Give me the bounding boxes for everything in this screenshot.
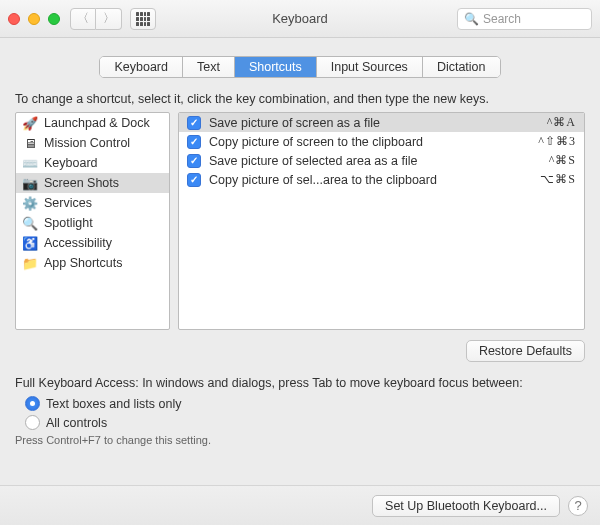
services-icon: ⚙️ [22,195,38,211]
keyboard-icon: ⌨️ [22,155,38,171]
radio-icon [25,396,40,411]
category-label: Spotlight [44,216,93,230]
shortcut-desc: Copy picture of screen to the clipboard [209,135,530,149]
category-item-spotlight[interactable]: 🔍 Spotlight [16,213,169,233]
fka-radios: Text boxes and lists only All controls [25,396,585,430]
tab-shortcuts[interactable]: Shortcuts [235,57,317,77]
category-item-accessibility[interactable]: ♿️ Accessibility [16,233,169,253]
full-keyboard-access: Full Keyboard Access: In windows and dia… [15,376,585,446]
shortcut-row[interactable]: ✓ Save picture of selected area as a fil… [179,151,584,170]
category-label: Services [44,196,92,210]
tab-input-sources[interactable]: Input Sources [317,57,423,77]
setup-bluetooth-button[interactable]: Set Up Bluetooth Keyboard... [372,495,560,517]
shortcut-desc: Save picture of screen as a file [209,116,539,130]
shortcut-keys[interactable]: ^⌘A [547,115,576,130]
shortcut-row[interactable]: ✓ Copy picture of sel...area to the clip… [179,170,584,189]
spotlight-icon: 🔍 [22,215,38,231]
fka-radio-text-boxes[interactable]: Text boxes and lists only [25,396,585,411]
shortcuts-list: ✓ Save picture of screen as a file ^⌘A ✓… [179,113,584,189]
fka-radio-all-controls[interactable]: All controls [25,415,585,430]
categories-pane: 🚀 Launchpad & Dock 🖥 Mission Control ⌨️ … [15,112,170,330]
tabs: Keyboard Text Shortcuts Input Sources Di… [15,56,585,78]
checkbox[interactable]: ✓ [187,116,201,130]
accessibility-icon: ♿️ [22,235,38,251]
window-controls [8,13,60,25]
screenshot-icon: 📷 [22,175,38,191]
tab-text[interactable]: Text [183,57,235,77]
titlebar: 〈 〉 Keyboard 🔍 Search [0,0,600,38]
bottom-bar: Set Up Bluetooth Keyboard... ? [0,485,600,525]
category-label: App Shortcuts [44,256,123,270]
radio-label: All controls [46,416,107,430]
radio-label: Text boxes and lists only [46,397,182,411]
tab-segment: Keyboard Text Shortcuts Input Sources Di… [99,56,500,78]
checkbox[interactable]: ✓ [187,173,201,187]
forward-button[interactable]: 〉 [96,8,122,30]
shortcut-row[interactable]: ✓ Save picture of screen as a file ^⌘A [179,113,584,132]
checkbox[interactable]: ✓ [187,135,201,149]
shortcut-keys[interactable]: ^⌘S [549,153,576,168]
category-item-app-shortcuts[interactable]: 📁 App Shortcuts [16,253,169,273]
shortcuts-pane: ✓ Save picture of screen as a file ^⌘A ✓… [178,112,585,330]
back-button[interactable]: 〈 [70,8,96,30]
panes: 🚀 Launchpad & Dock 🖥 Mission Control ⌨️ … [15,112,585,330]
category-label: Launchpad & Dock [44,116,150,130]
restore-row: Restore Defaults [15,340,585,362]
category-item-launchpad[interactable]: 🚀 Launchpad & Dock [16,113,169,133]
launchpad-icon: 🚀 [22,115,38,131]
fka-hint: Press Control+F7 to change this setting. [15,434,585,446]
show-all-button[interactable] [130,8,156,30]
categories-list: 🚀 Launchpad & Dock 🖥 Mission Control ⌨️ … [16,113,169,273]
search-input[interactable]: 🔍 Search [457,8,592,30]
category-label: Accessibility [44,236,112,250]
help-button[interactable]: ? [568,496,588,516]
shortcut-keys[interactable]: ^⇧⌘3 [538,134,576,149]
nav-segment: 〈 〉 [70,8,122,30]
search-icon: 🔍 [464,12,479,26]
search-placeholder: Search [483,12,521,26]
grid-icon [136,12,150,26]
app-shortcuts-icon: 📁 [22,255,38,271]
category-label: Keyboard [44,156,98,170]
category-label: Mission Control [44,136,130,150]
category-item-mission-control[interactable]: 🖥 Mission Control [16,133,169,153]
shortcut-desc: Save picture of selected area as a file [209,154,541,168]
checkbox[interactable]: ✓ [187,154,201,168]
content: Keyboard Text Shortcuts Input Sources Di… [0,38,600,458]
shortcut-keys[interactable]: ⌥⌘S [540,172,576,187]
mission-control-icon: 🖥 [22,135,38,151]
tab-dictation[interactable]: Dictation [423,57,500,77]
category-item-screen-shots[interactable]: 📷 Screen Shots [16,173,169,193]
category-item-services[interactable]: ⚙️ Services [16,193,169,213]
tab-keyboard[interactable]: Keyboard [100,57,183,77]
zoom-window-button[interactable] [48,13,60,25]
radio-icon [25,415,40,430]
fka-title: Full Keyboard Access: In windows and dia… [15,376,585,390]
category-label: Screen Shots [44,176,119,190]
close-window-button[interactable] [8,13,20,25]
minimize-window-button[interactable] [28,13,40,25]
restore-defaults-button[interactable]: Restore Defaults [466,340,585,362]
category-item-keyboard[interactable]: ⌨️ Keyboard [16,153,169,173]
shortcut-row[interactable]: ✓ Copy picture of screen to the clipboar… [179,132,584,151]
instruction-text: To change a shortcut, select it, click t… [15,92,585,106]
shortcut-desc: Copy picture of sel...area to the clipbo… [209,173,532,187]
